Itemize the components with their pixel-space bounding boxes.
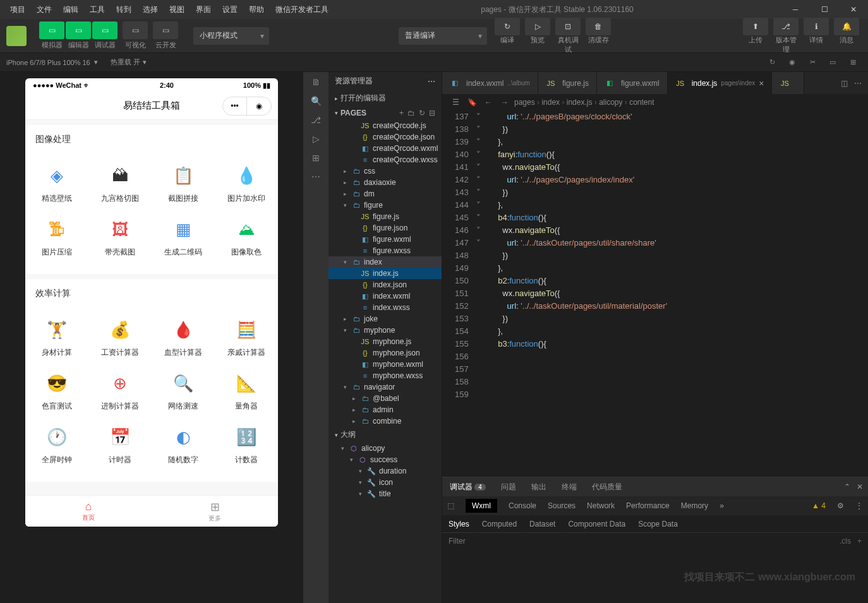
action-编译[interactable]: ↻	[495, 18, 520, 35]
refresh-icon[interactable]: ↻	[419, 109, 425, 117]
tool-可视化[interactable]: ▭	[123, 21, 148, 39]
filter-input[interactable]	[449, 537, 543, 546]
tree-joke[interactable]: ▸🗀joke	[329, 313, 442, 325]
tree-navigator[interactable]: ▾🗀navigator	[329, 381, 442, 393]
menu-帮助[interactable]: 帮助	[244, 2, 269, 18]
grid-item-网络测速[interactable]: 🔍网络测速	[152, 364, 215, 418]
grid-item-截图拼接[interactable]: 📋截图拼接	[152, 157, 215, 210]
crumb[interactable]: index	[541, 98, 560, 107]
grid-item-图片压缩[interactable]: 🗜图片压缩	[25, 210, 88, 264]
tabbar-首页[interactable]: ⌂首页	[25, 496, 152, 527]
right-详情[interactable]: ℹ	[804, 18, 829, 35]
action-真机调试[interactable]: ⊡	[555, 18, 581, 35]
tree-figure.js[interactable]: JSfigure.js	[329, 211, 442, 222]
inspect-icon[interactable]: ⬚	[447, 501, 454, 510]
code-editor[interactable]: 1371381391401411421431441451461471481491…	[442, 110, 868, 477]
expand-icon[interactable]: ⌃	[844, 482, 850, 491]
tree-admin[interactable]: ▸🗀admin	[329, 404, 442, 415]
grid-item-量角器[interactable]: 📐量角器	[215, 364, 278, 418]
tree-myphone.wxss[interactable]: ≡myphone.wxss	[329, 370, 442, 381]
menu-工具[interactable]: 工具	[85, 2, 110, 18]
refresh-icon[interactable]: ↻	[763, 56, 781, 69]
close-button[interactable]: ✕	[839, 0, 868, 19]
outline-title[interactable]: ▾🔧title	[329, 488, 442, 499]
capsule-more-icon[interactable]: •••	[223, 97, 247, 115]
tree-myphone.wxml[interactable]: ◧myphone.wxml	[329, 359, 442, 370]
grid-item-带壳截图[interactable]: 🖼带壳截图	[88, 210, 152, 264]
forward-icon[interactable]: →	[498, 98, 512, 107]
record-icon[interactable]: ◉	[783, 56, 801, 69]
device-selector[interactable]: iPhone 6/7/8 Plus 100% 16	[6, 59, 90, 66]
menu-转到[interactable]: 转到	[111, 2, 136, 18]
grid-item-九宫格切图[interactable]: 🏔九宫格切图	[88, 157, 152, 210]
search-icon[interactable]: 🔍	[311, 96, 322, 106]
editor-tab-figure.js[interactable]: JSfigure.js	[538, 72, 597, 94]
capsule-menu[interactable]: ••• ◉	[222, 97, 272, 116]
new-file-icon[interactable]: +	[399, 109, 404, 117]
performance-tab[interactable]: Performance	[626, 501, 670, 510]
problems-tab[interactable]: 问题	[498, 482, 519, 493]
debug-icon[interactable]: ▷	[313, 134, 320, 144]
grid-item-图片加水印[interactable]: 💧图片加水印	[215, 157, 278, 210]
console-tab[interactable]: Console	[509, 501, 536, 510]
terminal-tab[interactable]: 终端	[559, 482, 579, 493]
scissors-icon[interactable]: ✂	[804, 56, 821, 69]
capsule-close-icon[interactable]: ◉	[247, 97, 271, 115]
output-tab[interactable]: 输出	[529, 482, 549, 493]
menu-界面[interactable]: 界面	[191, 2, 216, 18]
tree-createQrcode.json[interactable]: {}createQrcode.json	[329, 131, 442, 143]
grid-item-精选壁纸[interactable]: ◈精选壁纸	[25, 157, 88, 210]
grid-item-亲戚计算器[interactable]: 🧮亲戚计算器	[215, 311, 278, 364]
sources-tab[interactable]: Sources	[548, 501, 576, 510]
files-icon[interactable]: 🗎	[311, 77, 320, 87]
kebab-icon[interactable]: ⋮	[855, 501, 863, 510]
more-icon[interactable]: ⋯	[854, 79, 862, 88]
menu-编辑[interactable]: 编辑	[58, 2, 83, 18]
outline-success[interactable]: ▾⬡success	[329, 454, 442, 465]
compile-dropdown[interactable]: 普通编译	[399, 27, 487, 45]
tree-index.wxml[interactable]: ◧index.wxml	[329, 290, 442, 302]
phone-icon[interactable]: ▭	[824, 56, 841, 69]
menu-项目[interactable]: 项目	[5, 2, 30, 18]
scope-data-tab[interactable]: Scope Data	[638, 520, 678, 528]
collapse-icon[interactable]: ⊟	[429, 109, 435, 117]
back-icon[interactable]: ←	[481, 98, 495, 107]
grid-item-图像取色[interactable]: ⛰图像取色	[215, 210, 278, 264]
tree-index.wxss[interactable]: ≡index.wxss	[329, 302, 442, 313]
code-quality-tab[interactable]: 代码质量	[589, 482, 625, 493]
dataset-tab[interactable]: Dataset	[529, 520, 555, 528]
computed-tab[interactable]: Computed	[482, 520, 517, 528]
menu-视图[interactable]: 视图	[164, 2, 190, 18]
right-消息[interactable]: 🔔	[834, 18, 859, 35]
editor-tab-figure.wxml[interactable]: ◧figure.wxml	[597, 72, 668, 94]
open-editors-section[interactable]: 打开的编辑器	[329, 90, 442, 106]
grid-item-色盲测试[interactable]: 😎色盲测试	[25, 364, 88, 418]
grid-item-全屏时钟[interactable]: 🕐全屏时钟	[25, 418, 88, 472]
right-上传[interactable]: ⬆	[743, 18, 768, 35]
grid-item-计数器[interactable]: 🔢计数器	[215, 418, 278, 472]
memory-tab[interactable]: Memory	[681, 501, 708, 510]
project-section[interactable]: PAGES + 🗀 ↻ ⊟	[329, 106, 442, 120]
tree-figure.json[interactable]: {}figure.json	[329, 222, 442, 234]
maximize-button[interactable]: ☐	[810, 0, 839, 19]
grid-item-进制计算器[interactable]: ⊕进制计算器	[88, 364, 152, 418]
tree-css[interactable]: ▸🗀css	[329, 165, 442, 177]
grid-item-血型计算器[interactable]: 🩸血型计算器	[152, 311, 215, 364]
wxml-tab[interactable]: Wxml	[466, 499, 497, 513]
tree-index.js[interactable]: JSindex.js	[329, 268, 442, 279]
menu-文件[interactable]: 文件	[32, 2, 57, 18]
bookmark-icon[interactable]: 🔖	[465, 98, 479, 107]
tree-figure.wxml[interactable]: ◧figure.wxml	[329, 234, 442, 245]
tree-@babel[interactable]: ▸🗀@babel	[329, 393, 442, 404]
menu-选择[interactable]: 选择	[138, 2, 163, 18]
editor-tab-index.wxml[interactable]: ◧index.wxml..\album	[442, 72, 538, 94]
mode-dropdown[interactable]: 小程序模式	[193, 27, 269, 45]
menu-设置[interactable]: 设置	[217, 2, 243, 18]
outline-alicopy[interactable]: ▾⬡alicopy	[329, 443, 442, 454]
tree-daxiaoxie[interactable]: ▸🗀daxiaoxie	[329, 177, 442, 188]
tool-调试器[interactable]: ▭	[92, 21, 118, 39]
tree-myphone[interactable]: ▾🗀myphone	[329, 325, 442, 336]
grid-item-生成二维码[interactable]: ▦生成二维码	[152, 210, 215, 264]
more-icon[interactable]: ⋯	[311, 172, 320, 182]
layout-icon[interactable]: ⊞	[844, 56, 862, 69]
